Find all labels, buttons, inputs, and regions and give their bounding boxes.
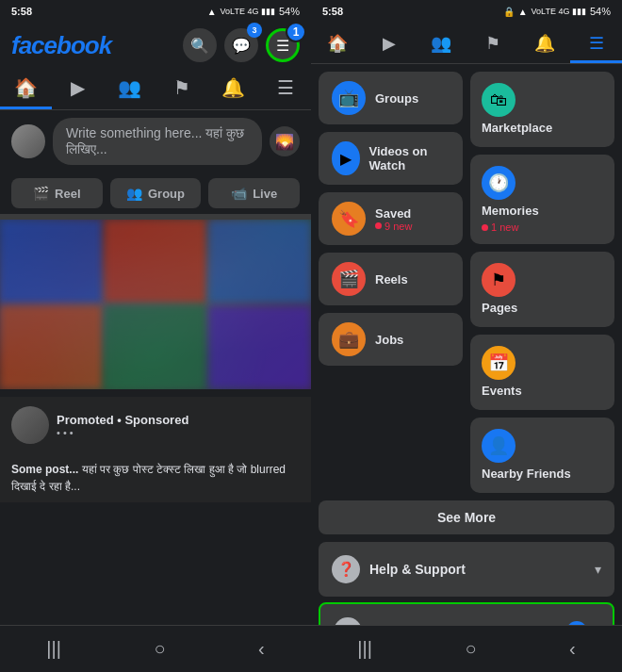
menu-button[interactable]: ☰ 1 bbox=[266, 28, 300, 62]
right-tab-flag[interactable]: ⚑ bbox=[466, 23, 518, 63]
lock-icon-right: 🔒 bbox=[503, 7, 515, 17]
settings-privacy-label: Settings & Privacy bbox=[371, 624, 487, 625]
reels-icon: 🎬 bbox=[332, 262, 366, 296]
compose-area: Write something here... यहां कुछ लिखिए..… bbox=[0, 110, 311, 172]
menu-events[interactable]: 📅 Events bbox=[470, 335, 614, 410]
settings-privacy-row[interactable]: ⚙ Settings & Privacy 2 ▾ bbox=[319, 602, 614, 625]
nav-back-right[interactable]: ‹ bbox=[569, 638, 576, 660]
bottom-nav-right: ||| ○ ‹ bbox=[311, 625, 622, 672]
menu-reels[interactable]: 🎬 Reels bbox=[319, 253, 463, 305]
network-left: VoLTE 4G ▮▮▮ bbox=[221, 7, 275, 16]
memories-dot bbox=[482, 224, 488, 231]
signal-icon-right: ▲ bbox=[518, 7, 528, 17]
live-button[interactable]: 📹 Live bbox=[208, 178, 300, 208]
saved-sub: 9 new bbox=[375, 221, 412, 232]
right-tab-video[interactable]: ▶ bbox=[363, 23, 415, 63]
memories-sub: 1 new bbox=[482, 221, 603, 233]
nav-home-right[interactable]: ○ bbox=[465, 638, 476, 660]
menu-videos-watch[interactable]: ▶ Videos on Watch bbox=[319, 132, 463, 185]
right-tab-bell[interactable]: 🔔 bbox=[518, 23, 570, 63]
saved-icon: 🔖 bbox=[332, 202, 366, 236]
feed-area: Promoted • Sponsored • • • Some post... … bbox=[0, 220, 311, 625]
status-bar-left: 5:58 ▲ VoLTE 4G ▮▮▮ 54% bbox=[0, 0, 311, 23]
status-icons-right: 🔒 ▲ VoLTE 4G ▮▮▮ 54% bbox=[503, 6, 611, 17]
post-2-time: • • • bbox=[57, 427, 300, 438]
marketplace-icon: 🛍 bbox=[482, 83, 516, 117]
tab-flag[interactable]: ⚑ bbox=[156, 68, 207, 109]
saved-dot bbox=[375, 222, 382, 229]
menu-jobs[interactable]: 💼 Jobs bbox=[319, 313, 463, 366]
reel-label: Reel bbox=[55, 187, 80, 201]
nav-tabs-left: 🏠 ▶ 👥 ⚑ 🔔 ☰ bbox=[0, 68, 311, 110]
post-image-1 bbox=[0, 220, 311, 389]
jobs-icon: 💼 bbox=[332, 322, 366, 356]
status-bar-right: 5:58 🔒 ▲ VoLTE 4G ▮▮▮ 54% bbox=[311, 0, 622, 23]
help-support-left: ❓ Help & Support bbox=[332, 555, 466, 583]
battery-left: 54% bbox=[279, 6, 300, 17]
nav-back-left[interactable]: ‹ bbox=[258, 638, 265, 660]
signal-icon-left: ▲ bbox=[207, 7, 217, 17]
nav-recent-left[interactable]: ||| bbox=[46, 638, 61, 660]
menu-groups[interactable]: 📺 Groups bbox=[319, 72, 463, 124]
menu-saved[interactable]: 🔖 Saved 9 new bbox=[319, 192, 463, 245]
post-2-meta: Promoted • Sponsored • • • bbox=[57, 413, 300, 438]
tab-video[interactable]: ▶ bbox=[52, 68, 104, 109]
post-2-author: Some post... bbox=[11, 463, 78, 476]
saved-label: Saved bbox=[375, 206, 412, 221]
search-button[interactable]: 🔍 bbox=[183, 28, 217, 62]
right-tab-menu[interactable]: ☰ bbox=[570, 23, 622, 63]
messenger-badge: 3 bbox=[247, 23, 262, 38]
nav-home-left[interactable]: ○ bbox=[154, 638, 165, 660]
network-right: VoLTE 4G ▮▮▮ bbox=[532, 7, 586, 16]
menu-nearby-friends[interactable]: 👤 Nearby Friends bbox=[470, 418, 614, 493]
menu-scroll[interactable]: 📺 Groups ▶ Videos on Watch 🔖 Saved 9 new… bbox=[311, 64, 622, 625]
tab-bell[interactable]: 🔔 bbox=[207, 68, 259, 109]
group-icon: 👥 bbox=[126, 186, 142, 201]
groups-icon: 📺 bbox=[332, 81, 366, 115]
menu-left-col: 📺 Groups ▶ Videos on Watch 🔖 Saved 9 new… bbox=[319, 72, 463, 493]
left-panel: 5:58 ▲ VoLTE 4G ▮▮▮ 54% facebook 🔍 💬 3 ☰… bbox=[0, 0, 311, 672]
header-icons: 🔍 💬 3 ☰ 1 bbox=[183, 28, 300, 62]
pages-icon: ⚑ bbox=[482, 263, 516, 297]
live-label: Live bbox=[253, 187, 277, 201]
videos-watch-icon: ▶ bbox=[332, 141, 360, 175]
marketplace-label: Marketplace bbox=[482, 121, 603, 135]
right-panel: 5:58 🔒 ▲ VoLTE 4G ▮▮▮ 54% 🏠 ▶ 👥 ⚑ 🔔 ☰ 📺 … bbox=[311, 0, 622, 672]
nav-recent-right[interactable]: ||| bbox=[357, 638, 372, 660]
help-support-row[interactable]: ❓ Help & Support ▾ bbox=[319, 542, 614, 597]
settings-right: 2 ▾ bbox=[566, 621, 599, 625]
active-line bbox=[570, 60, 622, 63]
messenger-button[interactable]: 💬 3 bbox=[224, 28, 258, 62]
reel-button[interactable]: 🎬 Reel bbox=[11, 178, 103, 208]
right-tab-friends[interactable]: 👥 bbox=[415, 23, 466, 63]
settings-privacy-left: ⚙ Settings & Privacy bbox=[334, 617, 487, 625]
feed-post-1 bbox=[0, 220, 311, 389]
tab-friends[interactable]: 👥 bbox=[104, 68, 156, 109]
annotation-2: 2 bbox=[566, 621, 587, 625]
pages-label: Pages bbox=[482, 301, 603, 315]
videos-watch-label: Videos on Watch bbox=[369, 144, 450, 172]
group-button[interactable]: 👥 Group bbox=[110, 178, 202, 208]
time-left: 5:58 bbox=[11, 6, 32, 17]
compose-input[interactable]: Write something here... यहां कुछ लिखिए..… bbox=[53, 118, 262, 165]
help-support-icon: ❓ bbox=[332, 555, 360, 583]
story-actions: 🎬 Reel 👥 Group 📹 Live bbox=[0, 172, 311, 220]
tab-home[interactable]: 🏠 bbox=[0, 68, 52, 109]
post-2-name: Promoted • Sponsored bbox=[57, 413, 300, 427]
photo-button[interactable]: 🌄 bbox=[270, 126, 300, 156]
fb-header: facebook 🔍 💬 3 ☰ 1 bbox=[0, 23, 311, 68]
menu-marketplace[interactable]: 🛍 Marketplace bbox=[470, 72, 614, 147]
reel-icon: 🎬 bbox=[33, 186, 49, 201]
tab-menu[interactable]: ☰ bbox=[259, 68, 311, 109]
see-more-button[interactable]: See More bbox=[319, 500, 614, 534]
right-tab-home[interactable]: 🏠 bbox=[311, 23, 363, 63]
events-icon: 📅 bbox=[482, 346, 516, 380]
menu-pages[interactable]: ⚑ Pages bbox=[470, 252, 614, 327]
post-2-header: Promoted • Sponsored • • • bbox=[0, 397, 311, 453]
live-icon: 📹 bbox=[231, 186, 247, 201]
menu-right-col: 🛍 Marketplace 🕐 Memories 1 new ⚑ Pages 📅… bbox=[470, 72, 614, 493]
time-right: 5:58 bbox=[322, 6, 343, 17]
post-2-text: Some post... यहां पर कुछ पोस्ट टेक्स्ट ल… bbox=[0, 453, 311, 502]
menu-memories[interactable]: 🕐 Memories 1 new bbox=[470, 155, 614, 244]
nearby-label: Nearby Friends bbox=[482, 467, 603, 481]
